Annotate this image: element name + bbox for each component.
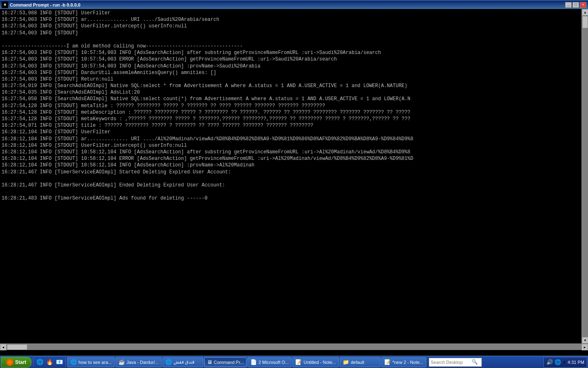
- taskbar-btn-label: how to see ara...: [78, 360, 111, 365]
- windows-logo: [6, 359, 13, 366]
- log-line: 16:28:21,467 INFO [TimerServiceEAOImpl] …: [2, 182, 580, 188]
- log-line: 16:27:54,003 INFO [STDOUT] 10:57:54,003 …: [2, 49, 580, 56]
- log-line: 16:27:54,003 INFO [STDOUT] 10:57:54,003 …: [2, 56, 580, 63]
- tray-power-icon[interactable]: ⚡: [563, 359, 566, 366]
- log-line: 16:28:12,104 INFO [STDOUT] ar...........…: [2, 136, 580, 142]
- log-line: ----------------------I am old method ca…: [2, 43, 580, 49]
- system-clock: 4:31 PM: [568, 360, 584, 365]
- log-line: 16:27:54,003 INFO [STDOUT] 10:57:54,003 …: [2, 63, 580, 70]
- log-line: 16:27:54,003 INFO [STDOUT] UserFilter.in…: [2, 23, 580, 29]
- scroll-track[interactable]: [582, 16, 588, 337]
- tray-volume-icon[interactable]: 🔊: [546, 359, 553, 366]
- scroll-up-button[interactable]: ▲: [582, 9, 588, 16]
- taskbar-btn-browser1[interactable]: 🌐 how to see ara...: [67, 357, 114, 367]
- log-line: [2, 188, 580, 195]
- taskbar-btn-label: default: [351, 360, 364, 365]
- log-line: 16:27:54,003 INFO [STDOUT] ar...........…: [2, 16, 580, 23]
- app-icon: ■: [2, 2, 8, 8]
- search-box[interactable]: 🔍: [429, 358, 482, 367]
- quick-launch-firefox[interactable]: 🔥: [45, 358, 54, 367]
- log-line: 16:28:12,104 INFO [STDOUT] 10:58:12,104 …: [2, 155, 580, 162]
- taskbar-btn-label: Java - Dardur/...: [127, 360, 159, 365]
- window-controls: _ □ ✕: [565, 2, 586, 8]
- browser1-icon: 🌐: [70, 359, 77, 365]
- log-line: 16:27:54,128 INFO [STDOUT] metaDescripti…: [2, 109, 580, 116]
- taskbar: Start 🌐 🔥 📧 🌐 how to see ara... ☕ Java -…: [0, 356, 588, 368]
- cmd-icon: 🖥: [207, 359, 212, 365]
- taskbar-btn-browser2[interactable]: 🌐 قندق فقش: [163, 357, 203, 367]
- browser2-icon: 🌐: [165, 359, 172, 365]
- log-line: 16:27:54,003 INFO [STDOUT] DardurUtil.as…: [2, 70, 580, 76]
- vertical-scrollbar[interactable]: ▲ ▼: [581, 9, 588, 343]
- search-icon[interactable]: 🔍: [472, 359, 478, 365]
- office-icon: 📄: [250, 359, 257, 365]
- log-line: 16:27:54,035 INFO [SearchAdsEAOImpl] Ads…: [2, 89, 580, 96]
- log-line: 16:27:54,003 INFO [STDOUT] Return:null: [2, 76, 580, 83]
- hscroll-right-button[interactable]: ►: [581, 344, 588, 350]
- start-button[interactable]: Start: [1, 357, 31, 368]
- log-line: 16:27:54,128 INFO [STDOUT] metaKeywords …: [2, 116, 580, 122]
- close-button[interactable]: ✕: [580, 2, 586, 8]
- title-bar: ■ Command Prompt - run -b 0.0.0.0 _ □ ✕: [0, 0, 588, 9]
- taskbar-btn-java[interactable]: ☕ Java - Dardur/...: [116, 357, 162, 367]
- taskbar-btn-label: قندق فقش: [174, 359, 194, 365]
- log-line: 16:27:54,971 INFO [STDOUT] title : ?????…: [2, 122, 580, 129]
- hscroll-thumb[interactable]: [7, 344, 27, 350]
- taskbar-btn-note2[interactable]: 📝 *new 2 - Note...: [381, 357, 426, 367]
- taskbar-btn-folder[interactable]: 📁 default: [340, 357, 381, 367]
- search-input[interactable]: [431, 360, 472, 365]
- java-icon: ☕: [118, 359, 125, 365]
- quick-launch-ie[interactable]: 🌐: [35, 358, 44, 367]
- taskbar-btn-label: Command Pr...: [214, 360, 244, 365]
- taskbar-divider-2: [65, 358, 66, 367]
- taskbar-btn-label: 2 Microsoft O...: [258, 360, 289, 365]
- hscroll-track[interactable]: [7, 344, 581, 350]
- console-wrapper: 16:27:53,988 INFO [STDOUT] UserFilter16:…: [0, 9, 588, 343]
- maximize-button[interactable]: □: [572, 2, 579, 8]
- note1-icon: 📝: [295, 359, 302, 365]
- log-line: 16:28:12,104 INFO [STDOUT] 10:58:12,104 …: [2, 149, 580, 155]
- log-line: 16:27:53,988 INFO [STDOUT] UserFilter: [2, 10, 580, 16]
- scroll-thumb[interactable]: [582, 16, 588, 28]
- log-line: 16:28:21,467 INFO [TimerServiceEAOImpl] …: [2, 169, 580, 175]
- minimize-button[interactable]: _: [565, 2, 572, 8]
- taskbar-btn-cmd[interactable]: 🖥 Command Pr...: [204, 357, 247, 367]
- quick-launch-email[interactable]: 📧: [55, 358, 64, 367]
- log-line: 16:28:12,104 INFO [STDOUT] UserFilter: [2, 129, 580, 135]
- log-line: [2, 36, 580, 43]
- note2-icon: 📝: [384, 359, 391, 365]
- taskbar-btn-label: *new 2 - Note...: [392, 360, 423, 365]
- taskbar-btn-office[interactable]: 📄 2 Microsoft O...: [247, 357, 292, 367]
- start-label: Start: [15, 359, 26, 365]
- log-line: [2, 175, 580, 182]
- tray-network-icon[interactable]: 🌐: [555, 359, 561, 366]
- log-line: 16:28:12,104 INFO [STDOUT] 10:58:12,104 …: [2, 162, 580, 168]
- taskbar-btn-label: Untitled - Note...: [303, 360, 336, 365]
- taskbar-btn-note1[interactable]: 📝 Untitled - Note...: [292, 357, 339, 367]
- horizontal-scrollbar[interactable]: ◄ ►: [0, 343, 588, 350]
- system-tray: 🔊 🌐 ⚡ 4:31 PM: [543, 357, 587, 368]
- log-line: 16:27:54,128 INFO [STDOUT] metaTitle : ?…: [2, 103, 580, 109]
- window-title: Command Prompt - run -b 0.0.0.0: [10, 2, 80, 7]
- folder-icon: 📁: [343, 359, 349, 365]
- log-line: 16:27:54,050 INFO [SearchAdsEAOImpl] Nat…: [2, 96, 580, 102]
- taskbar-divider-1: [33, 358, 33, 367]
- log-line: 16:27:54,019 INFO [SearchAdsEAOImpl] Nat…: [2, 83, 580, 89]
- scroll-down-button[interactable]: ▼: [582, 337, 588, 343]
- console-output: 16:27:53,988 INFO [STDOUT] UserFilter16:…: [0, 9, 581, 343]
- hscroll-left-button[interactable]: ◄: [0, 344, 7, 350]
- log-line: 16:28:12,104 INFO [STDOUT] UserFilter.in…: [2, 142, 580, 149]
- log-line: 16:28:21,483 INFO [TimerServiceEAOImpl] …: [2, 195, 580, 202]
- log-line: 16:27:54,003 INFO [STDOUT]: [2, 30, 580, 36]
